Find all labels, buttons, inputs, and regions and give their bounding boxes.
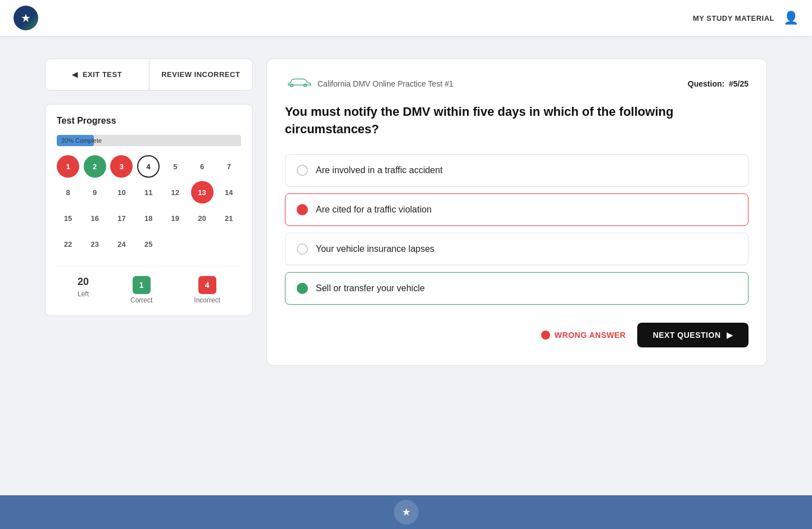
radio-dot-a	[297, 165, 308, 176]
stat-correct-label: Correct	[130, 296, 152, 304]
review-incorrect-button[interactable]: REVIEW INCORRECT	[149, 59, 253, 90]
answer-text-b: Are cited for a traffic violation	[316, 205, 432, 215]
radio-dot-d	[297, 283, 308, 294]
review-incorrect-label: REVIEW INCORRECT	[161, 70, 240, 79]
grid-cell-22[interactable]: 22	[57, 233, 79, 255]
grid-cell-2[interactable]: 2	[84, 155, 106, 178]
answer-option-d[interactable]: Sell or transfer your vehicle	[285, 272, 749, 305]
stat-left-label: Left	[78, 290, 89, 298]
correct-badge: 1	[133, 276, 151, 294]
answer-option-b[interactable]: Are cited for a traffic violation	[285, 193, 749, 226]
exit-test-label: EXIT TEST	[83, 70, 122, 79]
stat-incorrect-label: Incorrect	[194, 296, 220, 304]
stat-left-count: 20	[78, 276, 89, 288]
header: ★ MY STUDY MATERIAL 👤	[0, 0, 812, 36]
grid-cell-9[interactable]: 9	[84, 181, 106, 204]
grid-cell-24[interactable]: 24	[110, 233, 133, 255]
footer-logo: ★	[394, 500, 419, 525]
grid-cell-4[interactable]: 4	[137, 155, 160, 178]
next-btn-label: NEXT QUESTION	[653, 331, 721, 340]
action-buttons-container: ◀ EXIT TEST REVIEW INCORRECT	[45, 58, 253, 91]
wrong-answer-indicator: WRONG ANSWER	[541, 331, 626, 340]
grid-cell-5[interactable]: 5	[164, 155, 187, 178]
question-counter: Question: #5/25	[688, 79, 749, 88]
grid-cell-15[interactable]: 15	[57, 207, 79, 229]
radio-dot-c	[297, 243, 308, 255]
wrong-answer-label: WRONG ANSWER	[555, 331, 626, 340]
question-grid: 1234567891011121314151617181920212223242…	[57, 155, 241, 255]
logo-star: ★	[21, 11, 31, 25]
progress-bar-label: 20% Complete	[61, 137, 102, 144]
grid-cell-8[interactable]: 8	[57, 181, 79, 204]
answer-text-c: Your vehicle insurance lapses	[316, 244, 434, 254]
grid-cell-10[interactable]: 10	[110, 181, 133, 204]
bottom-row: WRONG ANSWER NEXT QUESTION ▶	[285, 323, 749, 347]
grid-cell-13[interactable]: 13	[191, 181, 214, 204]
grid-cell-19[interactable]: 19	[164, 207, 187, 229]
grid-cell-11[interactable]: 11	[137, 181, 160, 204]
main-content: ◀ EXIT TEST REVIEW INCORRECT Test Progre…	[0, 36, 812, 495]
grid-cell-12[interactable]: 12	[164, 181, 187, 204]
test-progress-section: Test Progress 20% Complete 1234567891011…	[45, 104, 253, 316]
wrong-dot-icon	[541, 331, 550, 340]
test-brand-name: California DMV Online Practice Test #1	[317, 79, 453, 88]
radio-dot-b	[297, 204, 308, 215]
answer-option-c[interactable]: Your vehicle insurance lapses	[285, 233, 749, 265]
test-header: California DMV Online Practice Test #1 Q…	[285, 77, 749, 90]
grid-cell-18[interactable]: 18	[137, 207, 160, 229]
footer: ★	[0, 495, 812, 529]
test-progress-title: Test Progress	[57, 116, 241, 126]
car-icon	[285, 77, 312, 90]
grid-cell-21[interactable]: 21	[217, 207, 240, 229]
logo[interactable]: ★	[13, 6, 38, 30]
question-text: You must notify the DMV within five days…	[285, 103, 749, 138]
answer-text-d: Sell or transfer your vehicle	[316, 283, 425, 293]
back-arrow-icon: ◀	[72, 70, 78, 79]
progress-bar-container: 20% Complete	[57, 135, 241, 146]
stat-incorrect: 4 Incorrect	[194, 276, 220, 304]
stat-correct: 1 Correct	[130, 276, 152, 304]
left-panel: ◀ EXIT TEST REVIEW INCORRECT Test Progre…	[45, 58, 253, 316]
question-label: Question:	[688, 79, 724, 88]
nav-study-material[interactable]: MY STUDY MATERIAL	[693, 14, 774, 22]
header-right: MY STUDY MATERIAL 👤	[693, 11, 799, 25]
next-arrow-icon: ▶	[727, 331, 733, 340]
grid-cell-20[interactable]: 20	[191, 207, 214, 229]
test-brand: California DMV Online Practice Test #1	[285, 77, 453, 90]
grid-cell-1[interactable]: 1	[57, 155, 79, 178]
answer-text-a: Are involved in a traffic accident	[316, 165, 443, 175]
grid-cell-6[interactable]: 6	[191, 155, 214, 178]
grid-cell-17[interactable]: 17	[110, 207, 133, 229]
grid-cell-3[interactable]: 3	[110, 155, 133, 178]
answer-options: Are involved in a traffic accidentAre ci…	[285, 154, 749, 305]
next-question-button[interactable]: NEXT QUESTION ▶	[637, 323, 749, 347]
incorrect-badge: 4	[198, 276, 216, 294]
stats-row: 20 Left 1 Correct 4 Incorrect	[57, 266, 241, 304]
exit-test-button[interactable]: ◀ EXIT TEST	[46, 59, 149, 90]
question-number: #5/25	[729, 79, 749, 88]
grid-cell-7[interactable]: 7	[217, 155, 240, 178]
answer-option-a[interactable]: Are involved in a traffic accident	[285, 154, 749, 187]
grid-cell-14[interactable]: 14	[217, 181, 240, 204]
footer-logo-symbol: ★	[402, 506, 411, 518]
grid-cell-25[interactable]: 25	[137, 233, 160, 255]
grid-cell-23[interactable]: 23	[84, 233, 106, 255]
stat-left: 20 Left	[78, 276, 89, 304]
grid-cell-16[interactable]: 16	[84, 207, 106, 229]
right-panel: California DMV Online Practice Test #1 Q…	[266, 58, 767, 366]
user-icon[interactable]: 👤	[783, 11, 799, 25]
